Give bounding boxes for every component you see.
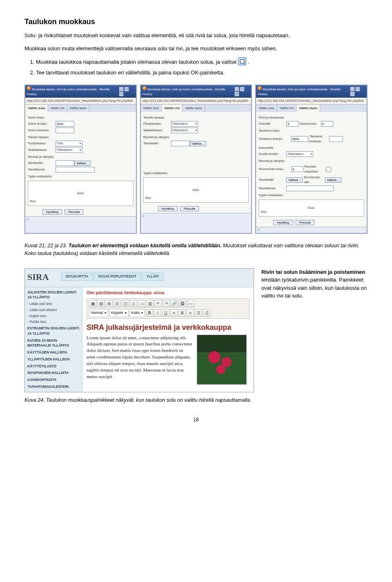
input-soluvali[interactable] [286,121,298,127]
btn-peruuta[interactable]: Peruuta [65,209,83,215]
underline-icon[interactable]: U [162,309,169,317]
dialog-table: Muokkaa taulun, rivin ja solun ominaisuu… [255,85,368,234]
redo-icon[interactable]: ↷ [163,300,170,307]
top-tab-yllapi[interactable]: YLLÄPI [142,273,163,281]
close-btn[interactable]: × [234,92,239,96]
input-taustavari[interactable] [56,160,74,166]
btn-hyvaksy[interactable]: Hyväksy [273,220,293,225]
row-del-icon[interactable]: ⊟ [114,300,121,307]
max-btn[interactable]: □ [355,87,360,92]
link-icon[interactable]: 🔗 [171,300,178,307]
input-taustavari[interactable] [171,141,190,146]
label-solun-leveys: Solun leveys: [28,121,56,126]
article-text[interactable]: Lorem ipsum dolor sit amet, consectetur … [87,335,193,385]
btn-valitse-taustavari[interactable]: Valitse... [286,177,303,183]
close-btn[interactable]: × [350,92,355,96]
sel-pysty[interactable]: Ylös [56,141,82,146]
sb-kuvien[interactable]: KUVIEN JA MUUN MATERIAALIN YLLÄPITO [25,337,82,349]
url-bar: http://213.186.234.189/WP226/editor_file… [25,98,136,105]
step1-text-a: Muokkaa taulukkoa napsauttamalla jotakin… [36,59,238,65]
btn-peruuta[interactable]: Peruuta [180,206,199,211]
tab-taulu[interactable]: Valittu taulu [67,105,89,112]
top-tab-sivukartta[interactable]: SIVUKARTTA [61,273,93,281]
sb-tap[interactable]: TAPAHTUMAKALENTERI [25,383,82,390]
align-left-icon[interactable]: ≡ [170,309,178,317]
figure-row: SIRA SIVUKARTTA SIVUN PERUSTIEDOT YLLÄPI… [24,268,368,392]
split-icon[interactable]: ▥ [146,300,154,307]
btn-hyvaksy[interactable]: Hyväksy [42,209,62,215]
col-del-icon[interactable]: ▯ [130,300,137,307]
hr-icon[interactable]: — [187,300,194,307]
max-btn[interactable]: □ [124,87,129,92]
sb-kayttil[interactable]: KÄYTTÖTILASTO [25,363,82,370]
min-btn[interactable]: _ [234,87,239,92]
label-vaaka: Vaakatasaus: [28,148,56,152]
sb-kayt[interactable]: KÄYTTÄJIEN HALLINTA [25,349,82,356]
tab-taulu[interactable]: Valittu taulu [296,105,320,112]
dd-normal[interactable]: Normal [89,309,108,317]
input-taul-lev[interactable] [291,136,308,142]
merge-icon[interactable]: ▭ [138,300,145,307]
align-right-icon[interactable]: ≡ [187,309,194,317]
undo-icon[interactable]: ↶ [154,300,162,307]
sel-vaaka[interactable]: Oletusarvo [56,147,82,153]
image-icon[interactable]: 🖼 [179,300,186,307]
btn-hyvaksy[interactable]: Hyväksy [158,206,178,211]
dd-koko[interactable]: Koko [129,309,145,317]
tab-solu[interactable]: Valittu solu [256,105,277,112]
close-btn[interactable]: × [119,92,124,96]
label-reunat: Reunat ja sävytys: [28,154,134,159]
tab-solu[interactable]: Valittu solu [141,105,162,112]
table-icon[interactable]: ▦ [89,300,96,307]
dd-kirjasin[interactable]: Kirjasin [109,309,129,317]
olet-a: Olet päivittämässä [87,291,124,295]
sb-extranet[interactable]: EXTRANETIN SIVUJEN LUONTI JA YLLÄPITO [25,325,82,337]
sel-pysty[interactable]: Oletusarvo [171,121,198,127]
sb-lisaa-ala[interactable]: - Lisää uusi alasivu [25,307,82,313]
tab-rivi[interactable]: Valittu rivi [277,105,296,112]
dialog-footer: × [25,216,136,222]
table-edit-icon[interactable]: ▤ [97,300,105,307]
btn-valitse-vari[interactable]: Valitse... [74,161,91,166]
input-taustakuva[interactable] [56,167,95,172]
url-bar: http://213.186.234.189/WP226/editor_file… [141,98,252,105]
top-tab-perus[interactable]: SIVUN PERUSTIEDOT [94,273,141,281]
ul-icon[interactable]: ☲ [203,309,210,317]
chk-reunan[interactable] [326,167,331,172]
btn-peruuta[interactable]: Peruuta [296,220,314,225]
input-solureunus[interactable] [321,121,333,127]
input-taul-kork[interactable] [329,136,343,142]
max-btn[interactable]: □ [240,87,245,92]
min-btn[interactable]: _ [119,87,124,92]
tab-taulu[interactable]: Valittu taulu [183,105,205,112]
bold-icon[interactable]: B [146,309,153,317]
input-sivureunan[interactable] [291,166,303,172]
min-btn[interactable]: _ [350,87,355,92]
sb-poista[interactable]: - Poista sivu [25,319,82,325]
input-solun-korkeus[interactable] [56,128,74,133]
tab-rivi[interactable]: Valittu rivi [162,105,183,112]
sb-ajan[interactable]: AJANKOHTAISTA [25,376,82,383]
btn-valitse-vari[interactable]: Valitse... [190,141,206,146]
label-solureunus: Solureunus: [300,121,321,126]
sb-julk[interactable]: JULKISTEN SIVUJEN LUONTI JA YLLÄPITO [25,289,82,301]
sel-sovita[interactable]: Oletusarvo [286,151,313,157]
sb-kopioi[interactable]: - Kopioi sivu [25,313,82,319]
row-add-icon[interactable]: ⊞ [105,300,113,307]
label-taustavari: Taustaväri: [258,177,286,182]
input-solun-leveys[interactable] [56,121,74,127]
sel-vaaka[interactable]: Oletusarvo [171,128,198,133]
italic-icon[interactable]: I [154,309,161,317]
sb-sivup[interactable]: SIVUPOHJIEN HALLINTA [25,369,82,376]
input-taustakuva[interactable] [286,186,334,191]
sb-lisaa-sivu[interactable]: - Lisää uusi sivu [25,301,82,307]
tab-solu[interactable]: Valittu solu [25,105,48,112]
ol-icon[interactable]: ☰ [195,309,202,317]
align-center-icon[interactable]: ≣ [178,309,186,317]
intro-p2: Muokkaa solun muita elementtejä valitsem… [24,45,368,53]
article-title: SIRA julkaisujärjestelmä ja verkkokauppa [87,322,249,333]
sb-yllap[interactable]: YLLÄPITÄJIEN HALLINTA [25,356,82,363]
tab-rivi[interactable]: Valittu rivi [48,105,67,112]
col-add-icon[interactable]: ◫ [122,300,129,307]
btn-valitse-sivuvari[interactable]: Valitse... [325,177,341,183]
